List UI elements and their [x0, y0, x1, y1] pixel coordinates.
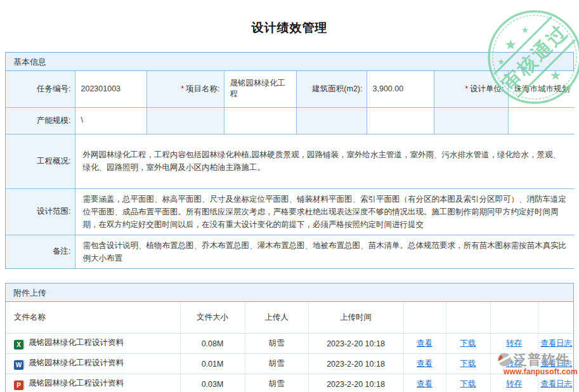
- view-log-link[interactable]: 查看日志: [540, 339, 572, 348]
- excel-file-icon: X: [14, 340, 23, 350]
- column-header-file-size: 文件大小: [180, 302, 245, 334]
- file-uploader: 胡雪: [245, 374, 308, 392]
- empty-cell: [403, 302, 446, 334]
- remark-value: 需包含设计说明、植物布置总图、乔木布置总图、灌木布置总图、地被布置总图、苗木清单…: [75, 235, 575, 268]
- file-upload-time: 2023-2-20 10:18: [308, 334, 403, 354]
- build-area-value: 3,900.00: [367, 71, 434, 107]
- column-header-file-name: 文件名称: [6, 302, 180, 334]
- file-upload-time: 2023-2-20 10:18: [308, 374, 403, 392]
- build-area-label: 建筑面积(m2):: [296, 71, 367, 107]
- scope-value: 需要涵盖，总平面图、标高平面图、尺寸及坐标定位平面图、铺装材料平面图、索引平面图…: [75, 188, 575, 235]
- page-title: 设计绩效管理: [0, 0, 579, 52]
- overview-label: 工程概况:: [6, 134, 75, 188]
- download-link[interactable]: 下载: [460, 339, 476, 348]
- column-header-uploader: 上传人: [245, 302, 308, 334]
- file-name: 晟铭园林绿化工程设计资料: [29, 358, 124, 367]
- empty-cell: [224, 107, 296, 134]
- transfer-link[interactable]: 转存: [506, 339, 522, 348]
- task-no-label: 任务编号:: [6, 71, 75, 107]
- scope-label: 设计范围:: [6, 188, 75, 235]
- file-name: 晟铭园林绿化工程设计资料: [29, 338, 124, 347]
- download-link[interactable]: 下载: [460, 379, 476, 388]
- file-size: 0.08M: [180, 334, 245, 354]
- design-unit-label: *设计单位:: [434, 71, 508, 107]
- file-uploader: 胡雪: [245, 334, 308, 354]
- word-file-icon: W: [14, 360, 23, 370]
- empty-cell: [146, 107, 224, 134]
- file-uploader: 胡雪: [245, 354, 308, 374]
- file-name: 晟铭园林绿化工程设计资料: [29, 379, 124, 388]
- empty-cell: [490, 302, 538, 334]
- overview-value: 外网园林绿化工程，工程内容包括园林绿化种植,园林硬质景观，园路铺装，室外给水主管…: [75, 134, 575, 188]
- empty-cell: [434, 107, 508, 134]
- project-name-value: 晟铭园林绿化工程: [224, 71, 296, 107]
- file-name-cell: X晟铭园林绿化工程设计资料: [6, 334, 180, 354]
- attachments-panel: 附件上传 文件名称 文件大小 上传人 上传时间 X晟铭园林绿化工程设计资料: [5, 283, 574, 392]
- transfer-link[interactable]: 转存: [506, 379, 522, 388]
- basic-info-table: 任务编号: 202301003 *项目名称: 晟铭园林绿化工程 建筑面积(m2)…: [6, 71, 575, 268]
- task-no-value: 202301003: [75, 71, 146, 107]
- empty-cell: [296, 107, 367, 134]
- view-link[interactable]: 查看: [417, 379, 433, 388]
- pdf-file-icon: P: [14, 381, 23, 390]
- view-link[interactable]: 查看: [417, 359, 433, 368]
- view-link[interactable]: 查看: [417, 339, 433, 348]
- attachment-row: P晟铭园林绿化工程设计资料 0.03M 胡雪 2023-2-20 10:18 查…: [6, 374, 575, 392]
- empty-cell: [538, 302, 575, 334]
- column-header-upload-time: 上传时间: [308, 302, 403, 334]
- design-performance-page: 设计绩效管理 基本信息 任务编号: 202301003 *项目名称: 晟铭园林绿…: [0, 0, 579, 392]
- empty-cell: [446, 302, 490, 334]
- view-log-link[interactable]: 查看日志: [540, 379, 572, 388]
- remark-label: 备注:: [6, 235, 75, 268]
- required-asterisk: *: [465, 84, 468, 93]
- file-upload-time: 2023-2-20 10:18: [308, 354, 403, 374]
- file-size: 0.03M: [180, 374, 245, 392]
- attachments-table: 文件名称 文件大小 上传人 上传时间 X晟铭园林绿化工程设计资料 0.08M 胡…: [6, 302, 575, 392]
- attachment-row: X晟铭园林绿化工程设计资料 0.08M 胡雪 2023-2-20 10:18 查…: [6, 334, 575, 354]
- file-size: 0.01M: [180, 354, 245, 374]
- design-unit-value: 珠海市城市规划: [508, 71, 575, 107]
- required-asterisk: *: [181, 84, 184, 93]
- basic-info-panel: 基本信息 任务编号: 202301003 *项目名称: 晟铭园林绿化工程 建筑面…: [5, 52, 574, 269]
- file-name-cell: P晟铭园林绿化工程设计资料: [6, 374, 180, 392]
- transfer-link[interactable]: 转存: [506, 359, 522, 368]
- capacity-label: 产能规模:: [6, 107, 75, 134]
- capacity-value: \: [75, 107, 146, 134]
- download-link[interactable]: 下载: [460, 359, 476, 368]
- project-name-label: *项目名称:: [146, 71, 224, 107]
- attachments-section-header: 附件上传: [6, 284, 573, 302]
- attachment-row: W晟铭园林绿化工程设计资料 0.01M 胡雪 2023-2-20 10:18 查…: [6, 354, 575, 374]
- basic-info-section-header: 基本信息: [6, 53, 573, 71]
- empty-cell: [508, 107, 575, 134]
- view-log-link[interactable]: 查看日志: [540, 359, 572, 368]
- empty-cell: [367, 107, 434, 134]
- file-name-cell: W晟铭园林绿化工程设计资料: [6, 354, 180, 374]
